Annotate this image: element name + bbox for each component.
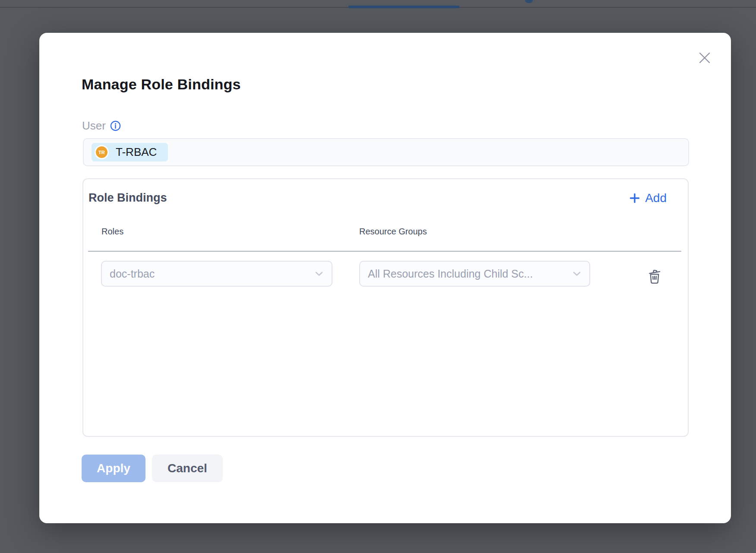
close-icon	[698, 51, 712, 65]
role-bindings-panel: Role Bindings Add Roles Resource Groups …	[82, 178, 689, 437]
add-role-binding-button[interactable]: Add	[629, 191, 667, 205]
plus-icon	[629, 193, 640, 204]
user-tag-label: T-RBAC	[116, 145, 157, 159]
resource-group-select[interactable]: All Resources Including Child Sc...	[359, 261, 590, 287]
user-avatar: TR	[96, 146, 108, 158]
close-button[interactable]	[693, 46, 717, 70]
background-active-tab-indicator	[348, 6, 459, 8]
delete-binding-button[interactable]	[644, 265, 665, 286]
column-header-resource-groups: Resource Groups	[359, 227, 427, 237]
user-input[interactable]: TR T-RBAC	[83, 138, 689, 166]
add-button-label: Add	[645, 191, 667, 205]
trash-icon	[646, 267, 663, 284]
dialog-title: Manage Role Bindings	[82, 76, 241, 93]
chevron-down-icon	[572, 271, 582, 277]
cancel-button[interactable]: Cancel	[152, 455, 223, 482]
info-icon[interactable]	[110, 120, 121, 131]
role-select[interactable]: doc-trbac	[101, 261, 332, 287]
manage-role-bindings-dialog: Manage Role Bindings User TR T-RBAC Role…	[39, 33, 731, 523]
background-icon-fragment	[525, 0, 533, 3]
resource-group-select-value: All Resources Including Child Sc...	[368, 268, 567, 280]
apply-button[interactable]: Apply	[82, 455, 146, 482]
header-divider	[88, 251, 681, 252]
user-tag: TR T-RBAC	[92, 143, 168, 161]
user-field-label: User	[82, 119, 106, 133]
chevron-down-icon	[314, 271, 324, 277]
role-select-value: doc-trbac	[110, 268, 309, 280]
role-bindings-heading: Role Bindings	[89, 191, 167, 205]
column-header-roles: Roles	[101, 227, 123, 237]
